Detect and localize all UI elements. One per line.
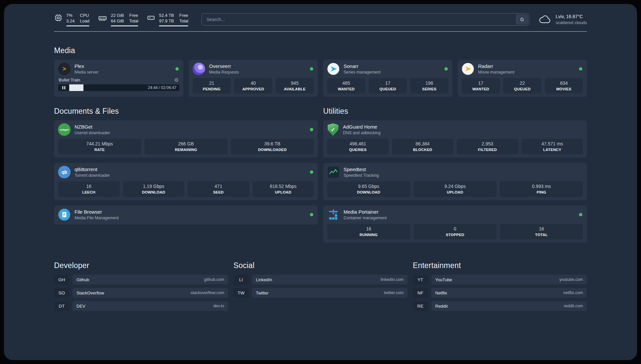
app-card-qbittorrent[interactable]: qb qBittorrent Torrent downloader 16 LEE…: [54, 163, 318, 200]
stat-tile: 471 SEED: [188, 181, 249, 197]
ram-free-value: 22 GiB: [111, 13, 124, 18]
pause-button[interactable]: [58, 84, 69, 91]
cpu-bar: [66, 25, 89, 26]
documents-section: Documents & Files nzbget NZBGet Usenet d…: [54, 107, 318, 243]
cpu-load-label: Load: [80, 18, 89, 24]
app-card-speedtest[interactable]: Speedtest Speedtest Tracking 9.65 Gbps D…: [323, 163, 587, 200]
ram-icon: [98, 14, 107, 23]
status-indicator: [310, 170, 313, 174]
link-abbr-stackoverflow: SO: [54, 288, 69, 298]
playback-progress-track: 24:44 / 02:06:47: [69, 84, 179, 91]
link-youtube[interactable]: YouTube youtube.com: [431, 275, 587, 285]
link-twitter[interactable]: Twitter twitter.com: [252, 288, 408, 298]
app-card-sonarr[interactable]: Sonarr Series management 485 WANTED 17 Q…: [323, 60, 452, 97]
stat-tile: 9.24 Gbps UPLOAD: [413, 181, 497, 197]
weather-widget: Lviv, 16.87°C scattered clouds: [538, 14, 587, 25]
app-card-filebrowser[interactable]: File Browser Media File Management: [54, 205, 318, 225]
now-playing-title: Bullet Train: [59, 77, 80, 82]
status-indicator: [310, 128, 313, 131]
stat-label: SEED: [189, 190, 248, 194]
overseerr-titles: Overseerr Media Requests: [209, 63, 239, 75]
filebrowser-titles: File Browser Media File Management: [75, 209, 119, 221]
link-domain: youtube.com: [559, 277, 583, 282]
qbittorrent-card-header: qb qBittorrent Torrent downloader: [58, 166, 314, 179]
stat-value: 266 GB: [146, 141, 226, 147]
stat-value: 16: [59, 184, 118, 189]
developer-links: GH Github github.com SO StackOverflow st…: [54, 275, 228, 311]
adguard-card-header: ✓ AdGuard Home DNS and adblocking: [327, 123, 583, 136]
link-stackoverflow[interactable]: StackOverflow stackoverflow.com: [73, 288, 228, 298]
ram-total-label: Total: [129, 18, 138, 24]
dashboard: 7% CPU 3.24 Load 22 GiB Free 64 GiB: [4, 4, 637, 360]
link-netflix[interactable]: Netflix netflix.com: [431, 288, 587, 298]
stat-tile: 22 QUEUED: [503, 78, 541, 94]
app-desc: Media Requests: [209, 70, 239, 75]
ram-total-value: 64 GiB: [111, 18, 124, 24]
app-card-portainer[interactable]: Media Portainer Container management 16 …: [323, 205, 587, 243]
plex-icon: >: [58, 63, 71, 75]
weather-condition: scattered clouds: [556, 20, 587, 25]
stat-tile: 21 PENDING: [193, 78, 231, 94]
link-reddit[interactable]: Reddit reddit.com: [431, 301, 587, 311]
entertainment-section: Entertainment YT YouTube youtube.com NF …: [413, 261, 587, 311]
app-card-nzbget[interactable]: nzbget NZBGet Usenet downloader 744.21 M…: [54, 120, 318, 158]
stat-label: REMAINING: [146, 148, 226, 152]
stat-tile: 16 TOTAL: [500, 224, 583, 239]
link-github[interactable]: Github github.com: [73, 275, 228, 285]
link-domain: netflix.com: [563, 290, 583, 295]
radarr-icon: [462, 63, 474, 75]
link-name: Netflix: [435, 290, 447, 295]
social-section: Social LI LinkedIn linkedin.com TW Twitt…: [233, 261, 408, 311]
nzbget-titles: NZBGet Usenet downloader: [75, 124, 110, 136]
filebrowser-card-header: File Browser Media File Management: [58, 208, 314, 221]
section-title-developer: Developer: [54, 261, 228, 270]
app-desc: Container management: [344, 215, 387, 221]
stat-value: 16: [328, 226, 409, 232]
stat-label: QUEUED: [504, 87, 540, 91]
stat-label: APPROVED: [235, 87, 271, 91]
playback-bar[interactable]: 24:44 / 02:06:47: [58, 84, 179, 91]
stat-value: 40: [235, 80, 271, 86]
gear-icon[interactable]: ⚙: [174, 77, 179, 82]
stat-tile: 47.571 ms LATENCY: [522, 139, 583, 154]
stat-value: 16: [501, 226, 582, 232]
link-name: Twitter: [256, 290, 268, 295]
link-name: Github: [76, 277, 89, 282]
overseerr-card-header: Overseerr Media Requests: [193, 62, 314, 76]
stat-tile: 1.19 Gbps DOWNLOAD: [123, 181, 185, 197]
stat-tile: 834 MOVIES: [545, 78, 583, 94]
search-input[interactable]: [202, 14, 516, 25]
app-name: Radarr: [478, 63, 514, 69]
link-abbr-linkedin: LI: [233, 275, 249, 285]
disk-free-label: Free: [179, 13, 188, 18]
link-dev[interactable]: DEV dev.to: [73, 301, 228, 311]
overseerr-stats: 21 PENDING 40 APPROVED 945 AVAILABLE: [193, 78, 314, 94]
ram-widget: 22 GiB Free 64 GiB Total: [98, 13, 138, 26]
stat-label: UPLOAD: [254, 190, 313, 194]
app-card-adguard[interactable]: ✓ AdGuard Home DNS and adblocking 498,46…: [323, 120, 587, 158]
app-card-radarr[interactable]: Radarr Movie management 17 WANTED 22 QUE…: [458, 60, 587, 97]
app-card-overseerr[interactable]: Overseerr Media Requests 21 PENDING 40 A…: [189, 60, 318, 97]
app-card-plex[interactable]: > Plex Media server Bullet Train ⚙: [54, 60, 183, 97]
stat-label: QUEUED: [370, 87, 406, 91]
app-desc: Series management: [344, 70, 381, 75]
sonarr-card-header: Sonarr Series management: [327, 62, 448, 76]
app-desc: Media File Management: [75, 215, 119, 221]
stat-label: PENDING: [194, 87, 229, 91]
utilities-cards: ✓ AdGuard Home DNS and adblocking 498,46…: [323, 120, 587, 243]
search-engine-button[interactable]: G: [516, 15, 528, 24]
dashboard-content: 7% CPU 3.24 Load 22 GiB Free 64 GiB: [4, 4, 637, 324]
filebrowser-icon: [58, 208, 71, 221]
app-name: qBittorrent: [75, 166, 110, 172]
link-linkedin[interactable]: LinkedIn linkedin.com: [252, 275, 408, 285]
stat-tile: 39.6 TB DOWNLOADED: [231, 139, 314, 154]
status-indicator: [310, 213, 313, 216]
sonarr-stats: 485 WANTED 17 QUEUED 196 SERIES: [327, 78, 448, 94]
stat-value: 1.19 Gbps: [124, 184, 183, 189]
status-indicator: [579, 213, 582, 216]
link-name: StackOverflow: [76, 290, 104, 295]
media-section: Media > Plex Media server Bullet Tr: [54, 46, 587, 97]
entertainment-links: YT YouTube youtube.com NF Netflix netfli…: [413, 275, 587, 311]
ram-free-label: Free: [129, 13, 138, 18]
nzbget-card-header: nzbget NZBGet Usenet downloader: [58, 123, 314, 136]
